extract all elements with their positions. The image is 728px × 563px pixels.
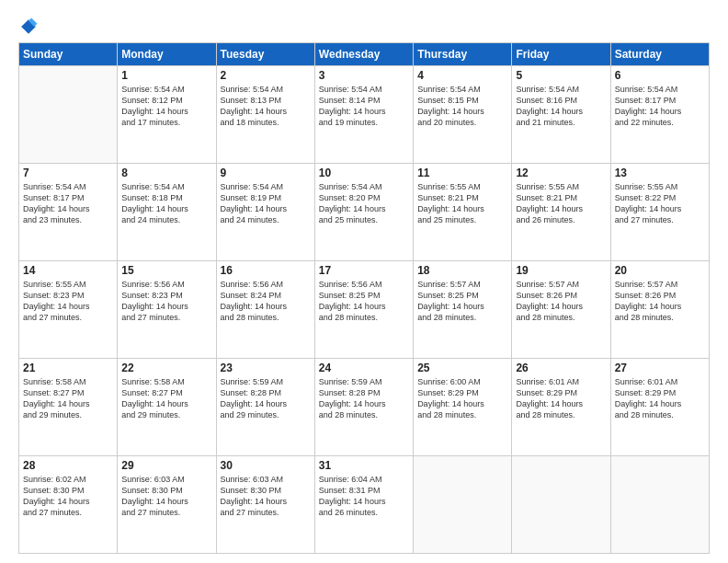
calendar-cell: 27Sunrise: 6:01 AM Sunset: 8:29 PM Dayli… bbox=[610, 359, 709, 456]
day-number: 14 bbox=[23, 264, 113, 277]
calendar-cell: 26Sunrise: 6:01 AM Sunset: 8:29 PM Dayli… bbox=[512, 359, 610, 456]
day-info: Sunrise: 5:54 AM Sunset: 8:17 PM Dayligh… bbox=[23, 181, 113, 226]
calendar-cell: 31Sunrise: 6:04 AM Sunset: 8:31 PM Dayli… bbox=[314, 456, 413, 554]
day-number: 16 bbox=[221, 264, 311, 277]
day-info: Sunrise: 5:57 AM Sunset: 8:25 PM Dayligh… bbox=[417, 279, 507, 324]
day-number: 25 bbox=[417, 362, 507, 374]
calendar-cell: 9Sunrise: 5:54 AM Sunset: 8:19 PM Daylig… bbox=[216, 164, 314, 261]
header bbox=[18, 17, 710, 37]
day-number: 29 bbox=[121, 459, 211, 472]
day-number: 3 bbox=[319, 69, 409, 82]
day-number: 27 bbox=[615, 362, 705, 374]
day-info: Sunrise: 5:55 AM Sunset: 8:21 PM Dayligh… bbox=[516, 181, 606, 226]
calendar-week: 7Sunrise: 5:54 AM Sunset: 8:17 PM Daylig… bbox=[19, 164, 710, 261]
calendar-cell: 5Sunrise: 5:54 AM Sunset: 8:16 PM Daylig… bbox=[512, 66, 610, 164]
day-header: Tuesday bbox=[216, 43, 314, 66]
day-number: 15 bbox=[121, 264, 211, 277]
calendar-cell bbox=[19, 66, 118, 164]
calendar-cell: 7Sunrise: 5:54 AM Sunset: 8:17 PM Daylig… bbox=[19, 164, 118, 261]
day-header: Thursday bbox=[414, 43, 512, 66]
calendar-cell: 13Sunrise: 5:55 AM Sunset: 8:22 PM Dayli… bbox=[610, 164, 709, 261]
day-info: Sunrise: 5:59 AM Sunset: 8:28 PM Dayligh… bbox=[221, 376, 311, 421]
logo bbox=[18, 17, 42, 37]
day-info: Sunrise: 5:54 AM Sunset: 8:12 PM Dayligh… bbox=[121, 84, 211, 129]
calendar-cell: 10Sunrise: 5:54 AM Sunset: 8:20 PM Dayli… bbox=[314, 164, 413, 261]
calendar-cell: 8Sunrise: 5:54 AM Sunset: 8:18 PM Daylig… bbox=[118, 164, 216, 261]
calendar-cell: 4Sunrise: 5:54 AM Sunset: 8:15 PM Daylig… bbox=[414, 66, 512, 164]
day-number: 31 bbox=[319, 459, 409, 472]
calendar-cell: 21Sunrise: 5:58 AM Sunset: 8:27 PM Dayli… bbox=[19, 359, 118, 456]
day-number: 4 bbox=[417, 69, 507, 82]
day-info: Sunrise: 5:54 AM Sunset: 8:20 PM Dayligh… bbox=[319, 181, 409, 226]
day-number: 24 bbox=[319, 362, 409, 374]
calendar-cell: 15Sunrise: 5:56 AM Sunset: 8:23 PM Dayli… bbox=[118, 261, 216, 359]
day-number: 7 bbox=[23, 167, 113, 179]
calendar-cell: 12Sunrise: 5:55 AM Sunset: 8:21 PM Dayli… bbox=[512, 164, 610, 261]
calendar-cell: 29Sunrise: 6:03 AM Sunset: 8:30 PM Dayli… bbox=[118, 456, 216, 554]
calendar-cell bbox=[610, 456, 709, 554]
calendar-cell bbox=[512, 456, 610, 554]
day-info: Sunrise: 5:54 AM Sunset: 8:17 PM Dayligh… bbox=[615, 84, 705, 129]
day-header: Wednesday bbox=[314, 43, 413, 66]
day-number: 26 bbox=[516, 362, 606, 374]
day-info: Sunrise: 6:00 AM Sunset: 8:29 PM Dayligh… bbox=[417, 376, 507, 421]
calendar-cell: 18Sunrise: 5:57 AM Sunset: 8:25 PM Dayli… bbox=[414, 261, 512, 359]
calendar-cell: 24Sunrise: 5:59 AM Sunset: 8:28 PM Dayli… bbox=[314, 359, 413, 456]
day-info: Sunrise: 5:54 AM Sunset: 8:14 PM Dayligh… bbox=[319, 84, 409, 129]
day-info: Sunrise: 5:59 AM Sunset: 8:28 PM Dayligh… bbox=[319, 376, 409, 421]
header-row: SundayMondayTuesdayWednesdayThursdayFrid… bbox=[19, 43, 710, 66]
day-number: 2 bbox=[221, 69, 311, 82]
calendar-cell bbox=[414, 456, 512, 554]
calendar-body: 1Sunrise: 5:54 AM Sunset: 8:12 PM Daylig… bbox=[19, 66, 710, 554]
day-info: Sunrise: 5:58 AM Sunset: 8:27 PM Dayligh… bbox=[121, 376, 211, 421]
day-info: Sunrise: 5:54 AM Sunset: 8:16 PM Dayligh… bbox=[516, 84, 606, 129]
day-number: 23 bbox=[221, 362, 311, 374]
day-info: Sunrise: 6:04 AM Sunset: 8:31 PM Dayligh… bbox=[319, 474, 409, 519]
day-number: 21 bbox=[23, 362, 113, 374]
page: SundayMondayTuesdayWednesdayThursdayFrid… bbox=[0, 0, 728, 563]
day-info: Sunrise: 5:56 AM Sunset: 8:25 PM Dayligh… bbox=[319, 279, 409, 324]
calendar-cell: 20Sunrise: 5:57 AM Sunset: 8:26 PM Dayli… bbox=[610, 261, 709, 359]
calendar-header: SundayMondayTuesdayWednesdayThursdayFrid… bbox=[19, 43, 710, 66]
day-header: Sunday bbox=[19, 43, 118, 66]
day-number: 1 bbox=[121, 69, 211, 82]
day-info: Sunrise: 5:55 AM Sunset: 8:23 PM Dayligh… bbox=[23, 279, 113, 324]
day-info: Sunrise: 5:56 AM Sunset: 8:23 PM Dayligh… bbox=[121, 279, 211, 324]
day-number: 19 bbox=[516, 264, 606, 277]
calendar-cell: 17Sunrise: 5:56 AM Sunset: 8:25 PM Dayli… bbox=[314, 261, 413, 359]
day-info: Sunrise: 6:01 AM Sunset: 8:29 PM Dayligh… bbox=[615, 376, 705, 421]
day-number: 12 bbox=[516, 167, 606, 179]
calendar-cell: 3Sunrise: 5:54 AM Sunset: 8:14 PM Daylig… bbox=[314, 66, 413, 164]
day-info: Sunrise: 5:57 AM Sunset: 8:26 PM Dayligh… bbox=[615, 279, 705, 324]
calendar-cell: 23Sunrise: 5:59 AM Sunset: 8:28 PM Dayli… bbox=[216, 359, 314, 456]
day-info: Sunrise: 5:57 AM Sunset: 8:26 PM Dayligh… bbox=[516, 279, 606, 324]
day-number: 10 bbox=[319, 167, 409, 179]
calendar-week: 1Sunrise: 5:54 AM Sunset: 8:12 PM Daylig… bbox=[19, 66, 710, 164]
day-info: Sunrise: 5:54 AM Sunset: 8:19 PM Dayligh… bbox=[221, 181, 311, 226]
day-number: 5 bbox=[516, 69, 606, 82]
calendar-cell: 16Sunrise: 5:56 AM Sunset: 8:24 PM Dayli… bbox=[216, 261, 314, 359]
day-info: Sunrise: 5:54 AM Sunset: 8:15 PM Dayligh… bbox=[417, 84, 507, 129]
calendar-cell: 6Sunrise: 5:54 AM Sunset: 8:17 PM Daylig… bbox=[610, 66, 709, 164]
logo-icon bbox=[18, 17, 39, 37]
calendar-table: SundayMondayTuesdayWednesdayThursdayFrid… bbox=[18, 42, 710, 554]
day-number: 11 bbox=[417, 167, 507, 179]
day-number: 17 bbox=[319, 264, 409, 277]
day-info: Sunrise: 5:56 AM Sunset: 8:24 PM Dayligh… bbox=[221, 279, 311, 324]
calendar-week: 28Sunrise: 6:02 AM Sunset: 8:30 PM Dayli… bbox=[19, 456, 710, 554]
day-info: Sunrise: 5:55 AM Sunset: 8:22 PM Dayligh… bbox=[615, 181, 705, 226]
calendar-cell: 28Sunrise: 6:02 AM Sunset: 8:30 PM Dayli… bbox=[19, 456, 118, 554]
day-header: Friday bbox=[512, 43, 610, 66]
calendar-cell: 22Sunrise: 5:58 AM Sunset: 8:27 PM Dayli… bbox=[118, 359, 216, 456]
day-number: 20 bbox=[615, 264, 705, 277]
day-number: 9 bbox=[221, 167, 311, 179]
calendar-cell: 14Sunrise: 5:55 AM Sunset: 8:23 PM Dayli… bbox=[19, 261, 118, 359]
day-info: Sunrise: 6:02 AM Sunset: 8:30 PM Dayligh… bbox=[23, 474, 113, 519]
day-info: Sunrise: 5:58 AM Sunset: 8:27 PM Dayligh… bbox=[23, 376, 113, 421]
day-info: Sunrise: 6:01 AM Sunset: 8:29 PM Dayligh… bbox=[516, 376, 606, 421]
day-number: 18 bbox=[417, 264, 507, 277]
calendar-week: 14Sunrise: 5:55 AM Sunset: 8:23 PM Dayli… bbox=[19, 261, 710, 359]
day-info: Sunrise: 6:03 AM Sunset: 8:30 PM Dayligh… bbox=[221, 474, 311, 519]
day-number: 22 bbox=[121, 362, 211, 374]
day-number: 13 bbox=[615, 167, 705, 179]
